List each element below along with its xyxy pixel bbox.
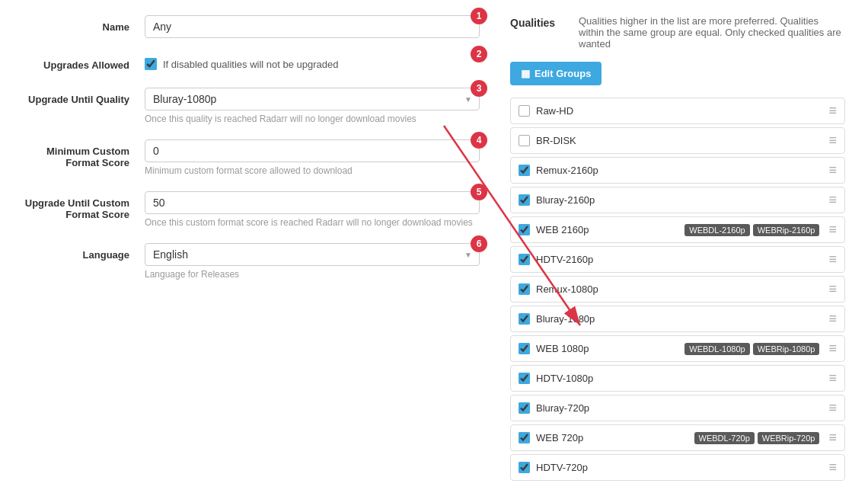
upgrade-custom-input[interactable]: [145, 191, 480, 214]
left-panel: Name 1 Upgrades Allowed If disabled qual…: [23, 15, 480, 481]
quality-tags: WEBDL-720pWEBRip-720p: [694, 432, 820, 444]
quality-tags: WEBDL-1080pWEBRip-1080p: [685, 343, 819, 355]
badge-2: 2: [471, 46, 487, 62]
min-custom-control: 4 Minimum custom format score allowed to…: [145, 139, 480, 176]
language-control: English ▼ 6 Language for Releases: [145, 243, 480, 280]
drag-handle-icon[interactable]: ≡: [828, 370, 837, 386]
quality-name: Bluray-1080p: [536, 313, 813, 325]
badge-5: 5: [471, 184, 487, 200]
quality-checkbox[interactable]: [519, 432, 530, 443]
name-input-wrapper: 1: [145, 15, 480, 38]
drag-handle-icon[interactable]: ≡: [828, 430, 837, 446]
quality-item: WEB 2160p WEBDL-2160pWEBRip-2160p ≡: [510, 216, 845, 243]
drag-handle-icon[interactable]: ≡: [828, 103, 837, 119]
quality-tag: WEBDL-1080p: [685, 343, 749, 355]
upgrade-custom-label: Upgrade Until Custom Format Score: [23, 191, 145, 220]
quality-tag: WEBDL-720p: [694, 432, 755, 444]
drag-handle-icon[interactable]: ≡: [828, 222, 837, 238]
badge-4: 4: [471, 132, 487, 149]
language-hint: Language for Releases: [145, 269, 480, 280]
quality-checkbox[interactable]: [519, 254, 530, 265]
drag-handle-icon[interactable]: ≡: [828, 192, 837, 208]
quality-name: HDTV-720p: [536, 462, 813, 473]
quality-checkbox[interactable]: [519, 343, 530, 354]
quality-name: Remux-1080p: [536, 283, 813, 295]
qualities-header: Qualities Qualities higher in the list a…: [510, 15, 845, 50]
quality-name: HDTV-1080p: [536, 373, 813, 384]
upgrade-quality-select-wrapper: Bluray-1080p ▼: [145, 88, 480, 110]
quality-item: HDTV-2160p ≡: [510, 246, 845, 273]
drag-handle-icon[interactable]: ≡: [828, 459, 837, 475]
quality-item: HDTV-720p ≡: [510, 454, 845, 481]
drag-handle-icon[interactable]: ≡: [828, 400, 837, 416]
upgrade-custom-wrapper: 5: [145, 191, 480, 214]
drag-handle-icon[interactable]: ≡: [828, 162, 837, 178]
upgrade-custom-control: 5 Once this custom format score is reach…: [145, 191, 480, 228]
drag-handle-icon[interactable]: ≡: [828, 311, 837, 327]
quality-name: WEB 720p: [536, 432, 688, 443]
language-row: Language English ▼ 6 Language for Releas…: [23, 243, 480, 280]
drag-handle-icon[interactable]: ≡: [828, 251, 837, 267]
upgrade-quality-control: Bluray-1080p ▼ 3 Once this quality is re…: [145, 88, 480, 124]
language-select[interactable]: English: [145, 243, 480, 266]
badge-6: 6: [471, 235, 487, 252]
drag-handle-icon[interactable]: ≡: [828, 281, 837, 297]
upgrades-row: Upgrades Allowed If disabled qualities w…: [23, 53, 480, 72]
min-custom-wrapper: 4: [145, 139, 480, 162]
quality-checkbox[interactable]: [519, 283, 530, 295]
quality-checkbox[interactable]: [519, 402, 530, 414]
quality-name: HDTV-2160p: [536, 254, 813, 265]
name-input[interactable]: [145, 15, 480, 38]
upgrades-label: Upgrades Allowed: [23, 53, 145, 71]
name-control: 1: [145, 15, 480, 38]
quality-checkbox-unchecked[interactable]: [519, 105, 530, 117]
quality-checkbox-unchecked[interactable]: [519, 135, 530, 146]
quality-name: WEB 1080p: [536, 343, 678, 354]
upgrades-hint-text: If disabled qualities will not be upgrad…: [163, 59, 339, 70]
quality-item: Bluray-1080p ≡: [510, 306, 845, 332]
min-custom-row: Minimum Custom Format Score 4 Minimum cu…: [23, 139, 480, 176]
quality-item: Remux-2160p ≡: [510, 157, 845, 184]
quality-checkbox[interactable]: [519, 194, 530, 206]
quality-name: Bluray-2160p: [536, 194, 813, 206]
language-select-wrapper: English ▼: [145, 243, 480, 266]
quality-tag: WEBRip-1080p: [753, 343, 820, 355]
quality-tags: WEBDL-2160pWEBRip-2160p: [685, 224, 819, 236]
quality-tag: WEBRip-720p: [758, 432, 820, 444]
badge-3: 3: [471, 80, 487, 97]
quality-item: Remux-1080p ≡: [510, 276, 845, 303]
quality-checkbox[interactable]: [519, 224, 530, 235]
upgrades-control: If disabled qualities will not be upgrad…: [145, 53, 480, 72]
quality-checkbox[interactable]: [519, 165, 530, 176]
min-custom-input[interactable]: [145, 139, 480, 162]
upgrade-quality-row: Upgrade Until Quality Bluray-1080p ▼ 3 O…: [23, 88, 480, 124]
name-row: Name 1: [23, 15, 480, 38]
language-wrapper: English ▼ 6: [145, 243, 480, 266]
language-label: Language: [23, 243, 145, 261]
name-label: Name: [23, 15, 145, 33]
quality-checkbox[interactable]: [519, 462, 530, 473]
quality-list: Raw-HD ≡ BR-DISK ≡ Remux-2160p ≡ Bluray-…: [510, 98, 845, 481]
drag-handle-icon[interactable]: ≡: [828, 341, 837, 357]
quality-checkbox[interactable]: [519, 313, 530, 325]
quality-name: BR-DISK: [536, 135, 813, 146]
upgrades-wrapper: If disabled qualities will not be upgrad…: [145, 53, 480, 70]
upgrades-checkbox[interactable]: [145, 58, 157, 70]
upgrade-quality-label: Upgrade Until Quality: [23, 88, 145, 105]
quality-item: Bluray-2160p ≡: [510, 187, 845, 213]
upgrade-quality-select[interactable]: Bluray-1080p: [145, 88, 480, 110]
right-panel: Qualities Qualities higher in the list a…: [510, 15, 845, 481]
edit-groups-label: Edit Groups: [535, 68, 591, 79]
drag-handle-icon[interactable]: ≡: [828, 133, 837, 149]
quality-name: WEB 2160p: [536, 224, 678, 235]
qualities-description: Qualities higher in the list are more pr…: [579, 15, 845, 50]
quality-item: Raw-HD ≡: [510, 98, 845, 124]
quality-name: Remux-2160p: [536, 165, 813, 176]
edit-groups-button[interactable]: ▦ Edit Groups: [510, 62, 602, 85]
upgrade-custom-row: Upgrade Until Custom Format Score 5 Once…: [23, 191, 480, 228]
upgrade-quality-hint: Once this quality is reached Radarr will…: [145, 114, 480, 124]
quality-checkbox[interactable]: [519, 373, 530, 384]
quality-item: BR-DISK ≡: [510, 127, 845, 154]
edit-groups-icon: ▦: [521, 68, 530, 79]
quality-item: WEB 1080p WEBDL-1080pWEBRip-1080p ≡: [510, 335, 845, 362]
